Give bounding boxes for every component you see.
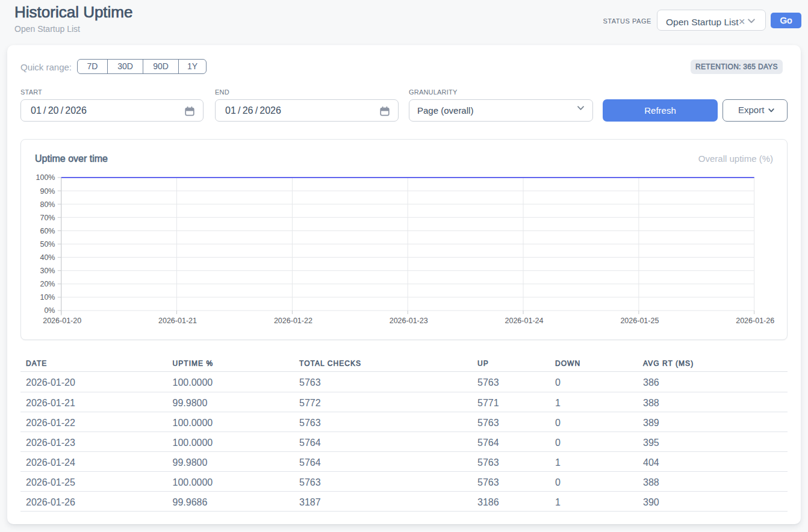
svg-text:100%: 100% — [36, 173, 55, 182]
svg-text:2026-01-20: 2026-01-20 — [43, 317, 81, 325]
svg-text:2026-01-25: 2026-01-25 — [620, 317, 659, 325]
svg-text:80%: 80% — [40, 200, 55, 209]
svg-text:70%: 70% — [40, 214, 55, 222]
svg-text:2026-01-21: 2026-01-21 — [158, 317, 197, 325]
svg-text:2026-01-22: 2026-01-22 — [274, 317, 312, 325]
svg-text:10%: 10% — [40, 293, 55, 302]
svg-text:0%: 0% — [44, 306, 55, 315]
svg-text:2026-01-26: 2026-01-26 — [736, 317, 774, 325]
svg-text:90%: 90% — [40, 187, 55, 196]
svg-text:2026-01-23: 2026-01-23 — [390, 317, 428, 325]
svg-text:50%: 50% — [40, 240, 55, 249]
svg-text:30%: 30% — [40, 267, 55, 275]
svg-text:2026-01-24: 2026-01-24 — [505, 317, 544, 325]
svg-text:40%: 40% — [40, 253, 55, 262]
svg-text:20%: 20% — [40, 280, 55, 288]
svg-text:60%: 60% — [40, 227, 55, 235]
